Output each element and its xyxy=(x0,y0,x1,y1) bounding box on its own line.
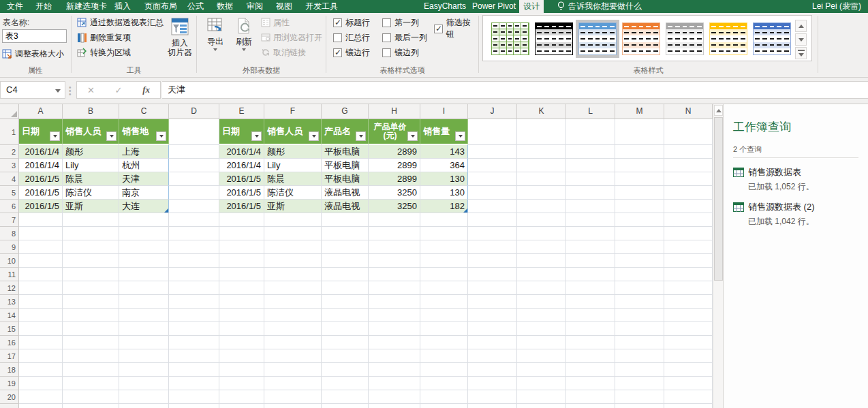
cell-N13[interactable] xyxy=(664,295,713,309)
column-header-C[interactable]: C xyxy=(119,104,169,119)
cell-M19[interactable] xyxy=(615,377,664,390)
cell-F20[interactable] xyxy=(264,390,322,404)
cell-M11[interactable] xyxy=(615,268,664,281)
cell-C21[interactable] xyxy=(119,404,169,408)
cell-L1[interactable] xyxy=(566,119,615,145)
cell-L3[interactable] xyxy=(566,159,615,172)
cell-G14[interactable] xyxy=(322,309,369,322)
cell-H12[interactable] xyxy=(369,281,420,295)
cell-B5[interactable]: 陈洁仪 xyxy=(63,186,119,200)
checkbox-box-标题行[interactable] xyxy=(333,18,342,27)
cell-L13[interactable] xyxy=(566,295,615,309)
ribbon-tab-文件[interactable]: 文件 xyxy=(3,0,27,13)
cell-K16[interactable] xyxy=(517,336,566,349)
cell-A8[interactable] xyxy=(19,227,63,240)
cell-D19[interactable] xyxy=(169,377,219,390)
cell-F10[interactable] xyxy=(264,254,322,268)
cell-D15[interactable] xyxy=(169,322,219,336)
cell-F16[interactable] xyxy=(264,336,322,349)
checkbox-box-汇总行[interactable] xyxy=(333,33,342,42)
cell-C11[interactable] xyxy=(119,268,169,281)
row-header-8[interactable]: 8 xyxy=(0,227,19,240)
cell-D20[interactable] xyxy=(169,390,219,404)
cell-H7[interactable] xyxy=(369,213,420,227)
cell-J9[interactable] xyxy=(468,240,517,254)
cell-I13[interactable] xyxy=(420,295,468,309)
cell-I1[interactable]: 销售量 xyxy=(420,119,468,145)
cell-E11[interactable] xyxy=(219,268,264,281)
cell-K1[interactable] xyxy=(517,119,566,145)
cell-C8[interactable] xyxy=(119,227,169,240)
refresh-dropdown-caret[interactable] xyxy=(242,48,246,51)
export-button[interactable]: 导出 xyxy=(201,14,230,69)
cancel-entry-icon[interactable]: ✕ xyxy=(87,85,95,95)
cell-K4[interactable] xyxy=(517,172,566,186)
cell-B10[interactable] xyxy=(63,254,119,268)
checkbox-汇总行[interactable]: 汇总行 xyxy=(333,32,370,44)
cell-A9[interactable] xyxy=(19,240,63,254)
cell-M15[interactable] xyxy=(615,322,664,336)
cell-J19[interactable] xyxy=(468,377,517,390)
cell-I2[interactable]: 143 xyxy=(420,145,468,159)
cell-H13[interactable] xyxy=(369,295,420,309)
query-row[interactable]: 销售源数据表 xyxy=(733,166,868,178)
ribbon-tab-视图[interactable]: 视图 xyxy=(272,0,296,13)
cell-M20[interactable] xyxy=(615,390,664,404)
cell-E5[interactable]: 2016/1/5 xyxy=(219,186,264,200)
row-header-20[interactable]: 20 xyxy=(0,390,19,404)
cell-B14[interactable] xyxy=(63,309,119,322)
cell-A10[interactable] xyxy=(19,254,63,268)
cell-N6[interactable] xyxy=(664,200,713,213)
cell-C9[interactable] xyxy=(119,240,169,254)
filter-button[interactable] xyxy=(309,131,319,141)
cell-I21[interactable] xyxy=(420,404,468,408)
cell-E10[interactable] xyxy=(219,254,264,268)
cell-D21[interactable] xyxy=(169,404,219,408)
cell-G6[interactable]: 液晶电视 xyxy=(322,200,369,213)
table-style-medium-blue[interactable] xyxy=(576,20,619,58)
cell-F5[interactable]: 陈洁仪 xyxy=(264,186,322,200)
cell-L9[interactable] xyxy=(566,240,615,254)
cell-I10[interactable] xyxy=(420,254,468,268)
cell-M17[interactable] xyxy=(615,349,664,363)
cell-A15[interactable] xyxy=(19,322,63,336)
cell-J21[interactable] xyxy=(468,404,517,408)
cell-M13[interactable] xyxy=(615,295,664,309)
cell-C2[interactable]: 上海 xyxy=(119,145,169,159)
cell-I14[interactable] xyxy=(420,309,468,322)
cell-K14[interactable] xyxy=(517,309,566,322)
column-header-A[interactable]: A xyxy=(19,104,63,119)
cell-A4[interactable]: 2016/1/5 xyxy=(19,172,63,186)
ribbon-tab-开始[interactable]: 开始 xyxy=(31,0,56,13)
cell-H14[interactable] xyxy=(369,309,420,322)
cell-E7[interactable] xyxy=(219,213,264,227)
ribbon-tab-公式[interactable]: 公式 xyxy=(183,0,208,13)
cell-B9[interactable] xyxy=(63,240,119,254)
row-header-5[interactable]: 5 xyxy=(0,186,19,200)
cell-A18[interactable] xyxy=(19,363,63,377)
cell-N14[interactable] xyxy=(664,309,713,322)
checkbox-box-筛选按钮[interactable] xyxy=(434,25,443,33)
cell-E6[interactable]: 2016/1/5 xyxy=(219,200,264,213)
table-style-medium-gray[interactable] xyxy=(663,20,707,58)
table-style-medium-orange[interactable] xyxy=(619,20,663,58)
cell-K11[interactable] xyxy=(517,268,566,281)
gallery-more-button[interactable] xyxy=(795,47,807,59)
cell-B2[interactable]: 颜彤 xyxy=(63,145,119,159)
row-header-7[interactable]: 7 xyxy=(0,213,19,227)
cell-L2[interactable] xyxy=(566,145,615,159)
cell-H3[interactable]: 2899 xyxy=(369,159,420,172)
cell-C18[interactable] xyxy=(119,363,169,377)
name-box[interactable]: C4 xyxy=(0,81,65,99)
checkbox-最后一列[interactable]: 最后一列 xyxy=(382,32,427,44)
cell-I16[interactable] xyxy=(420,336,468,349)
cell-C16[interactable] xyxy=(119,336,169,349)
cell-L14[interactable] xyxy=(566,309,615,322)
cell-E13[interactable] xyxy=(219,295,264,309)
cell-H19[interactable] xyxy=(369,377,420,390)
cell-M18[interactable] xyxy=(615,363,664,377)
cell-H21[interactable] xyxy=(369,404,420,408)
cell-E3[interactable]: 2016/1/4 xyxy=(219,159,264,172)
cell-A16[interactable] xyxy=(19,336,63,349)
row-header-10[interactable]: 10 xyxy=(0,254,19,268)
